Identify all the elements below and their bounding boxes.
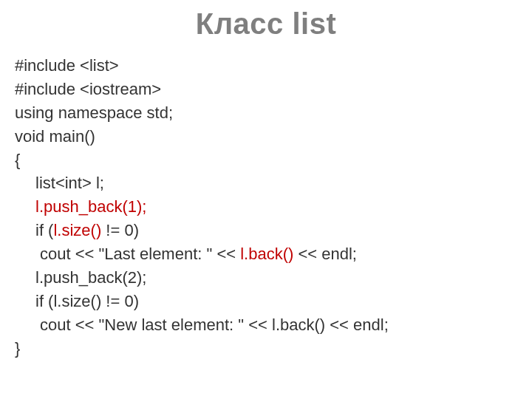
code-text: l.size() (53, 221, 101, 239)
slide-title: Класс list (15, 7, 517, 41)
code-line: void main() (15, 125, 517, 149)
code-text: != 0) (101, 221, 139, 239)
code-line: cout << "New last element: " << l.back()… (15, 313, 517, 337)
code-text: << endl; (293, 245, 357, 263)
code-line: { (15, 149, 517, 172)
code-line: l.push_back(2); (15, 266, 517, 290)
code-text: cout << "Last element: " << (40, 245, 240, 263)
code-line: #include <iostream> (15, 78, 517, 101)
code-line: cout << "Last element: " << l.back() << … (15, 242, 517, 266)
code-line: list<int> l; (15, 171, 517, 195)
code-line: using namespace std; (15, 101, 517, 125)
code-line: if (l.size() != 0) (15, 219, 517, 242)
code-line: l.push_back(1); (15, 195, 517, 219)
code-text: if ( (35, 221, 53, 239)
code-line: } (15, 337, 517, 361)
code-text: l.back() (240, 245, 293, 263)
code-line: #include <list> (15, 54, 517, 78)
code-block: #include <list> #include <iostream> usin… (15, 54, 517, 361)
code-line: if (l.size() != 0) (15, 290, 517, 313)
